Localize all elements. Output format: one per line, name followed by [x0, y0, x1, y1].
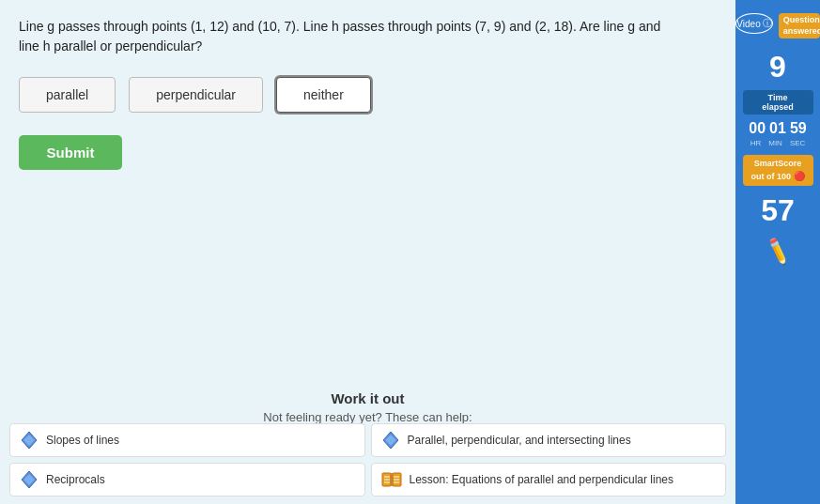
questions-count: 9 [769, 50, 786, 84]
help-link-reciprocals[interactable]: Reciprocals [9, 463, 365, 496]
main-content: Line g passes through points (1, 12) and… [0, 0, 735, 504]
answer-parallel[interactable]: parallel [19, 77, 116, 113]
sidebar: Video ⓘ Questions answered 9 Time elapse… [735, 0, 820, 504]
submit-button[interactable]: Submit [19, 135, 122, 170]
video-button[interactable]: Video ⓘ [735, 13, 772, 34]
question-text: Line g passes through points (1, 12) and… [19, 17, 676, 56]
help-link-slopes[interactable]: Slopes of lines [9, 423, 365, 457]
timer-sec-label: SEC [790, 139, 805, 147]
help-link-lesson-label: Lesson: Equations of parallel and perpen… [410, 473, 674, 486]
diamond-icon-parallel [381, 431, 400, 450]
diamond-icon-reciprocals [20, 470, 39, 489]
answer-perpendicular[interactable]: perpendicular [129, 77, 263, 113]
smart-score-info: 🔴 [794, 171, 805, 181]
book-icon-lesson [381, 471, 402, 488]
questions-answered-label: Questions answered [783, 15, 820, 36]
work-it-out-subtitle: Not feeling ready yet? These can help: [0, 410, 735, 424]
answer-choices: parallel perpendicular neither [19, 77, 717, 113]
time-elapsed-label: Time elapsed [762, 93, 794, 112]
help-links: Slopes of lines Parallel, perpendicular,… [0, 423, 735, 496]
diamond-icon-slopes [20, 431, 39, 450]
help-link-parallel[interactable]: Parallel, perpendicular, and intersectin… [371, 423, 727, 457]
timer-min: 01 [769, 120, 786, 137]
work-it-out-section: Work it out Not feeling ready yet? These… [0, 390, 735, 424]
timer-labels: HR MIN SEC [750, 139, 806, 147]
help-link-reciprocals-label: Reciprocals [46, 473, 105, 486]
timer-sec: 59 [790, 120, 807, 137]
timer-hr: 00 [749, 120, 766, 137]
time-elapsed-badge: Time elapsed [743, 90, 813, 115]
help-link-lesson[interactable]: Lesson: Equations of parallel and perpen… [371, 463, 727, 496]
answer-neither[interactable]: neither [276, 77, 371, 113]
timer-min-label: MIN [768, 139, 782, 147]
pencil-icon: ✏️ [762, 236, 794, 267]
help-link-slopes-label: Slopes of lines [46, 434, 119, 447]
smart-score-value: 57 [761, 193, 795, 228]
sidebar-top: Video ⓘ Questions answered [735, 8, 820, 44]
work-it-out-title: Work it out [0, 390, 735, 406]
timer-display: 00 01 59 [749, 120, 806, 137]
video-label: Video [736, 19, 760, 29]
timer-hr-label: HR [750, 139, 762, 147]
questions-answered-badge: Questions answered [779, 13, 820, 38]
help-link-parallel-label: Parallel, perpendicular, and intersectin… [408, 434, 631, 447]
smart-score-badge: SmartScore out of 100 🔴 [743, 155, 813, 186]
info-icon: ⓘ [763, 17, 772, 30]
